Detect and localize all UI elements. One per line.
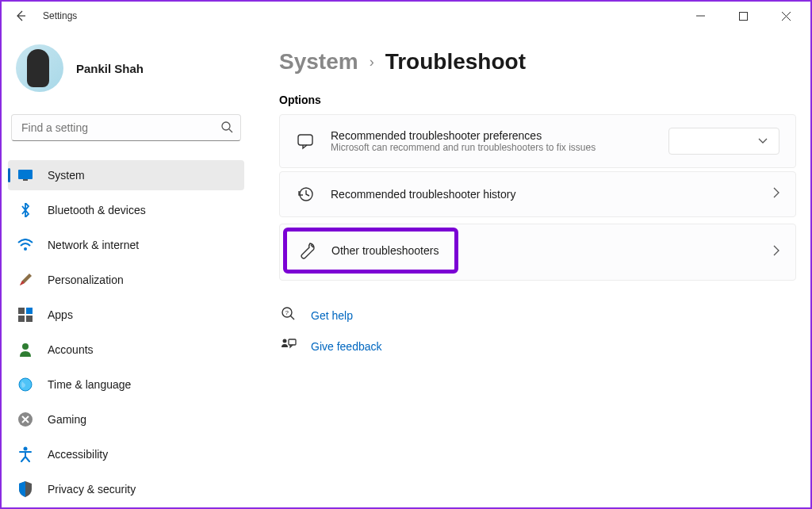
sidebar-label: Personalization xyxy=(48,274,124,286)
accessibility-icon xyxy=(17,446,33,462)
sidebar-label: Accessibility xyxy=(48,448,108,461)
profile-section[interactable]: Pankil Shah xyxy=(8,38,244,108)
svg-point-18 xyxy=(283,339,287,343)
search-input[interactable] xyxy=(11,114,241,141)
chevron-down-icon xyxy=(758,138,768,144)
apps-icon xyxy=(17,307,33,323)
chevron-right-icon xyxy=(773,245,779,259)
username: Pankil Shah xyxy=(76,62,144,75)
sidebar-item-gaming[interactable]: Gaming xyxy=(8,404,244,434)
sidebar-label: System xyxy=(48,169,85,182)
svg-point-1 xyxy=(222,122,230,130)
svg-text:?: ? xyxy=(285,309,289,316)
card-recommended-preferences[interactable]: Recommended troubleshooter preferences M… xyxy=(279,114,796,168)
wrench-icon xyxy=(298,241,317,260)
sidebar-item-network[interactable]: Network & internet xyxy=(8,230,244,260)
sidebar-label: Bluetooth & devices xyxy=(48,204,146,216)
help-icon: ? xyxy=(281,306,297,325)
sidebar-item-bluetooth[interactable]: Bluetooth & devices xyxy=(8,195,244,225)
get-help-link[interactable]: Get help xyxy=(311,309,353,322)
sidebar-label: Privacy & security xyxy=(48,483,136,496)
card-subtitle: Microsoft can recommend and run troubles… xyxy=(331,142,653,153)
breadcrumb-current: Troubleshoot xyxy=(385,49,526,75)
give-feedback-link[interactable]: Give feedback xyxy=(311,340,382,353)
avatar xyxy=(16,44,63,92)
card-troubleshooter-history[interactable]: Recommended troubleshooter history xyxy=(279,171,796,217)
preferences-dropdown[interactable] xyxy=(668,128,779,155)
sidebar-item-time[interactable]: Time & language xyxy=(8,369,244,400)
sidebar-label: Network & internet xyxy=(48,239,139,251)
svg-rect-6 xyxy=(26,308,33,314)
sidebar-label: Apps xyxy=(48,308,73,321)
chevron-right-icon xyxy=(773,187,779,201)
sidebar-item-apps[interactable]: Apps xyxy=(8,300,244,330)
sidebar-item-personalization[interactable]: Personalization xyxy=(8,265,244,295)
sidebar-label: Gaming xyxy=(48,413,86,426)
svg-rect-7 xyxy=(18,316,25,322)
maximize-button[interactable] xyxy=(725,3,761,29)
svg-rect-2 xyxy=(18,170,33,179)
system-icon xyxy=(17,167,33,183)
sidebar-label: Time & language xyxy=(48,378,131,391)
svg-rect-8 xyxy=(26,316,33,322)
svg-point-9 xyxy=(22,343,29,350)
card-title: Recommended troubleshooter history xyxy=(331,188,757,201)
wifi-icon xyxy=(17,237,33,253)
breadcrumb-parent[interactable]: System xyxy=(279,49,358,75)
minimize-button[interactable] xyxy=(682,3,718,29)
clock-icon xyxy=(17,377,33,392)
brush-icon xyxy=(17,272,33,288)
svg-point-13 xyxy=(24,447,28,451)
card-title: Other troubleshooters xyxy=(331,244,439,257)
feedback-icon xyxy=(281,338,297,355)
history-icon xyxy=(296,185,315,204)
search-icon xyxy=(220,121,233,136)
svg-rect-19 xyxy=(289,339,296,345)
sidebar-item-privacy[interactable]: Privacy & security xyxy=(8,474,244,504)
window-title: Settings xyxy=(43,10,77,21)
close-button[interactable] xyxy=(768,3,804,29)
gaming-icon xyxy=(17,411,33,427)
chat-icon xyxy=(296,132,315,151)
sidebar-label: Accounts xyxy=(48,343,94,356)
svg-point-4 xyxy=(24,247,27,251)
sidebar-item-accessibility[interactable]: Accessibility xyxy=(8,439,244,469)
section-header-options: Options xyxy=(279,94,796,106)
svg-rect-3 xyxy=(23,179,28,181)
shield-icon xyxy=(17,481,33,497)
card-other-troubleshooters[interactable]: Other troubleshooters xyxy=(279,224,796,281)
svg-rect-5 xyxy=(18,308,25,314)
card-title: Recommended troubleshooter preferences xyxy=(331,129,653,142)
person-icon xyxy=(17,342,33,358)
bluetooth-icon xyxy=(17,202,33,218)
breadcrumb: System › Troubleshoot xyxy=(279,49,796,75)
sidebar-item-system[interactable]: System xyxy=(8,160,244,190)
back-button[interactable] xyxy=(8,3,33,29)
chevron-right-icon: › xyxy=(370,54,374,71)
svg-rect-14 xyxy=(298,135,312,145)
svg-rect-0 xyxy=(739,12,747,20)
sidebar-item-accounts[interactable]: Accounts xyxy=(8,335,244,365)
